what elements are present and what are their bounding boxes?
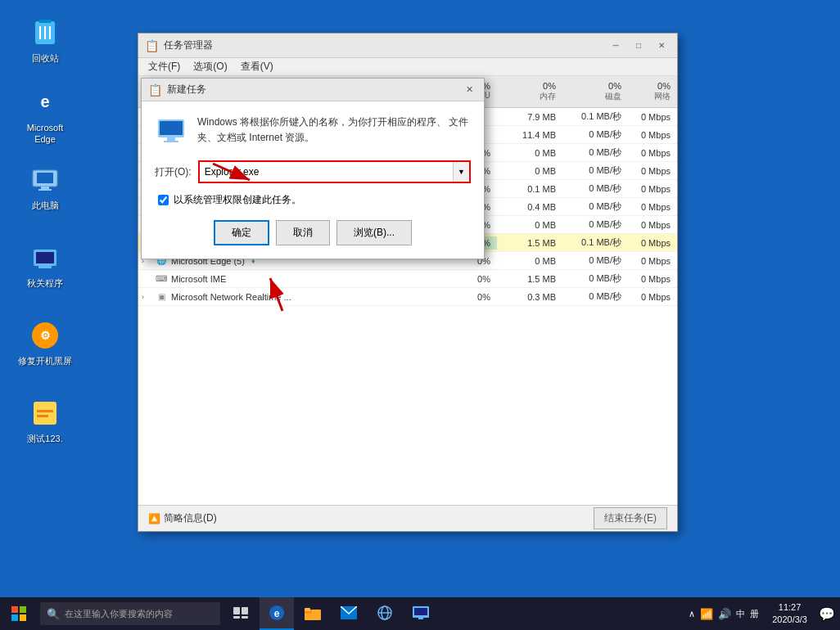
dialog-info: Windows 将根据你所键入的名称，为你打开相应的程序、 文件夹、文档或 In… (155, 115, 471, 147)
dialog-description: Windows 将根据你所键入的名称，为你打开相应的程序、 文件夹、文档或 In… (197, 115, 471, 147)
dialog-close-button[interactable]: ✕ (461, 83, 477, 97)
open-input[interactable] (200, 162, 453, 182)
svg-rect-23 (164, 141, 178, 142)
ok-button[interactable]: 确定 (214, 220, 269, 245)
checkbox-label[interactable]: 以系统管理权限创建此任务。 (174, 193, 301, 207)
svg-rect-22 (167, 137, 175, 141)
combo-dropdown-button[interactable]: ▼ (453, 162, 469, 182)
dialog-computer-icon (155, 115, 187, 147)
cancel-button[interactable]: 取消 (276, 220, 330, 245)
dialog-input-row: 打开(O): ▼ (155, 160, 471, 183)
dialog-icon: 📋 (148, 83, 162, 97)
dialog-buttons: 确定 取消 浏览(B)... (155, 220, 471, 245)
dialog-body: Windows 将根据你所键入的名称，为你打开相应的程序、 文件夹、文档或 In… (142, 101, 484, 259)
checkbox-row: 以系统管理权限创建此任务。 (155, 193, 471, 207)
dialog-titlebar: 📋 新建任务 ✕ (142, 79, 484, 101)
new-task-dialog: 📋 新建任务 ✕ Windows 将根据你所键入的名称，为你打开相应的程序、 文… (141, 78, 485, 259)
dialog-overlay: 📋 新建任务 ✕ Windows 将根据你所键入的名称，为你打开相应的程序、 文… (0, 0, 840, 630)
browse-button[interactable]: 浏览(B)... (336, 220, 412, 245)
open-label: 打开(O): (155, 165, 192, 179)
admin-checkbox[interactable] (158, 195, 169, 205)
svg-rect-21 (160, 121, 183, 135)
dialog-input-wrap: ▼ (198, 160, 471, 183)
dialog-title: 新建任务 (167, 83, 456, 97)
